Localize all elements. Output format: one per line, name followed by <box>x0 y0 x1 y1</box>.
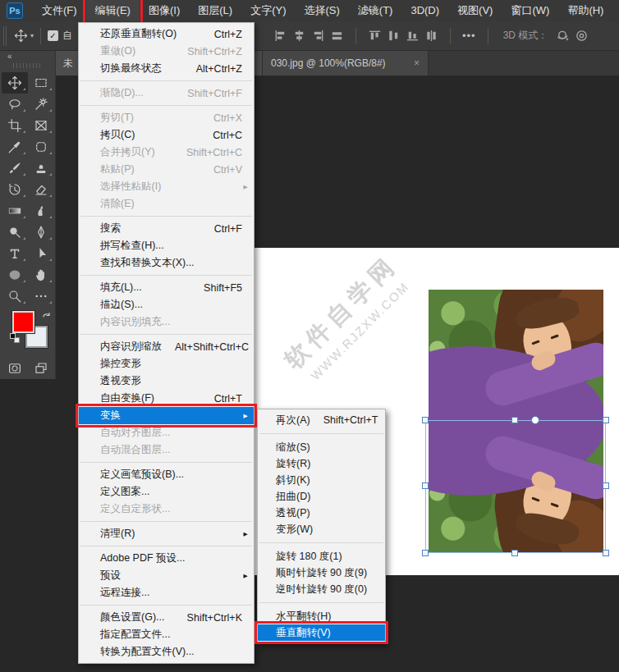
menu-item[interactable]: 清理(R)▶ <box>79 525 254 542</box>
menu-item[interactable]: 指定配置文件... <box>79 626 254 643</box>
menu-item[interactable]: 预设▶ <box>79 567 254 584</box>
frame-tool[interactable] <box>28 115 54 136</box>
menu-item[interactable]: 描边(S)... <box>79 296 254 313</box>
menu-item[interactable]: 透视(P) <box>258 505 385 521</box>
3d-orbit-icon[interactable] <box>556 29 570 43</box>
menu-item[interactable]: 切换最终状态Alt+Ctrl+Z <box>79 60 254 77</box>
eyedropper-tool[interactable] <box>2 136 28 158</box>
menu-item[interactable]: 远程连接... <box>79 584 254 601</box>
menu-item[interactable]: 变形(W) <box>258 521 385 537</box>
brush-tool[interactable] <box>2 158 28 179</box>
collapse-panel-icon[interactable]: « <box>7 52 12 61</box>
zoom-tool[interactable] <box>2 286 28 307</box>
transform-bounding-box <box>425 420 606 553</box>
type-tool[interactable] <box>2 243 28 264</box>
menu-item[interactable]: 自由变换(F)Ctrl+T <box>79 390 254 407</box>
shape-tool[interactable] <box>2 264 28 286</box>
align-bottom-edges-icon[interactable] <box>406 29 420 43</box>
pen-tool[interactable] <box>28 222 54 243</box>
menu-type[interactable]: 文字(Y) <box>241 0 295 21</box>
menu-filter[interactable]: 滤镜(T) <box>349 0 402 21</box>
align-vertical-centers-icon[interactable] <box>292 29 306 43</box>
transform-reference-point[interactable] <box>531 416 539 424</box>
menu-select[interactable]: 选择(S) <box>295 0 348 21</box>
menu-item[interactable]: 拷贝(C)Ctrl+C <box>79 126 254 144</box>
panel-grip[interactable] <box>13 63 43 68</box>
menu-item[interactable]: 垂直翻转(V) <box>258 624 385 641</box>
menu-item[interactable]: 拼写检查(H)... <box>79 237 254 254</box>
eraser-tool[interactable] <box>28 179 54 200</box>
3d-roll-icon[interactable] <box>575 29 589 43</box>
default-colors-icon[interactable] <box>10 333 21 344</box>
menu-item[interactable]: 操控变形 <box>79 355 254 373</box>
menu-window[interactable]: 窗口(W) <box>502 0 558 21</box>
menu-item[interactable]: 定义画笔预设(B)... <box>79 466 254 483</box>
menu-item[interactable]: 水平翻转(H) <box>258 608 385 624</box>
menu-view[interactable]: 视图(V) <box>448 0 502 21</box>
menu-item[interactable]: 查找和替换文本(X)... <box>79 254 254 272</box>
transform-handle[interactable] <box>422 417 429 423</box>
foreground-color-swatch[interactable] <box>12 311 34 333</box>
menu-3d[interactable]: 3D(D) <box>401 0 448 21</box>
menu-item[interactable]: 顺时针旋转 90 度(9) <box>258 565 385 581</box>
menu-image[interactable]: 图像(I) <box>140 0 189 21</box>
menu-help[interactable]: 帮助(H) <box>558 0 612 21</box>
quick-selection-tool[interactable] <box>28 94 54 115</box>
menu-item[interactable]: 填充(L)...Shift+F5 <box>79 279 254 296</box>
distribute-horizontal-centers-icon[interactable] <box>387 29 401 43</box>
menu-item[interactable]: 透视变形 <box>79 373 254 390</box>
menu-item[interactable]: 斜切(K) <box>258 472 385 488</box>
tab-030-jpg[interactable]: 030.jpg @ 100%(RGB/8#) × <box>263 51 429 75</box>
transform-handle[interactable] <box>603 417 609 423</box>
history-brush-tool[interactable] <box>2 179 28 200</box>
smudge-tool[interactable] <box>28 200 54 222</box>
healing-brush-tool[interactable] <box>28 136 54 158</box>
rectangular-marquee-tool[interactable] <box>28 72 54 94</box>
transform-handle[interactable] <box>422 550 429 556</box>
menu-layer[interactable]: 图层(L) <box>189 0 241 21</box>
menu-item[interactable]: 变换▶ <box>79 407 254 424</box>
menu-item[interactable]: 缩放(S) <box>258 439 385 455</box>
menu-file[interactable]: 文件(F) <box>33 0 86 21</box>
align-horizontal-centers-icon[interactable] <box>330 29 344 43</box>
menu-item[interactable]: 逆时针旋转 90 度(0) <box>258 581 385 597</box>
align-left-edges-icon[interactable] <box>273 29 287 43</box>
hand-tool[interactable] <box>28 264 54 286</box>
transform-handle[interactable] <box>511 417 518 423</box>
chevron-down-icon[interactable]: ▾ <box>30 32 34 39</box>
swap-colors-icon[interactable] <box>41 310 53 325</box>
transform-handle[interactable] <box>422 482 429 489</box>
more-options-icon[interactable]: ••• <box>462 30 476 42</box>
transform-handle[interactable] <box>603 482 609 489</box>
menu-item[interactable]: 再次(A)Shift+Ctrl+T <box>258 412 385 428</box>
menu-item[interactable]: Adobe PDF 预设... <box>79 550 254 567</box>
menu-item[interactable]: 搜索Ctrl+F <box>79 220 254 237</box>
path-selection-tool[interactable] <box>28 243 54 264</box>
move-tool[interactable] <box>2 72 28 94</box>
edit-toolbar-button[interactable] <box>28 286 54 307</box>
close-icon[interactable]: × <box>414 57 420 69</box>
dodge-tool[interactable] <box>2 222 28 243</box>
transform-handle[interactable] <box>511 550 518 556</box>
menu-item[interactable]: 旋转(R) <box>258 455 385 472</box>
clone-stamp-tool[interactable] <box>28 158 54 179</box>
lasso-tool[interactable] <box>2 94 28 115</box>
menu-item[interactable]: 颜色设置(G)...Shift+Ctrl+K <box>79 609 254 626</box>
transform-handle[interactable] <box>603 550 609 556</box>
align-top-edges-icon[interactable] <box>368 29 382 43</box>
quick-mask-button[interactable] <box>2 358 28 379</box>
menu-item[interactable]: 旋转 180 度(1) <box>258 548 385 565</box>
gradient-tool[interactable] <box>2 200 28 222</box>
menu-item[interactable]: 扭曲(D) <box>258 488 385 505</box>
auto-select-checkbox[interactable]: ✓ <box>48 30 58 41</box>
menu-item[interactable]: 还原垂直翻转(O)Ctrl+Z <box>79 25 254 43</box>
menu-item[interactable]: 定义图案... <box>79 483 254 501</box>
menu-item[interactable]: 内容识别缩放Alt+Shift+Ctrl+C <box>79 338 254 355</box>
distribute-vertical-centers-icon[interactable] <box>424 29 438 43</box>
screen-mode-button[interactable] <box>28 358 54 379</box>
crop-tool[interactable] <box>2 115 28 136</box>
menu-item[interactable]: 转换为配置文件(V)... <box>79 643 254 661</box>
panel-grip[interactable] <box>3 26 8 46</box>
align-right-edges-icon[interactable] <box>311 29 325 43</box>
menu-edit[interactable]: 编辑(E) <box>86 0 140 21</box>
